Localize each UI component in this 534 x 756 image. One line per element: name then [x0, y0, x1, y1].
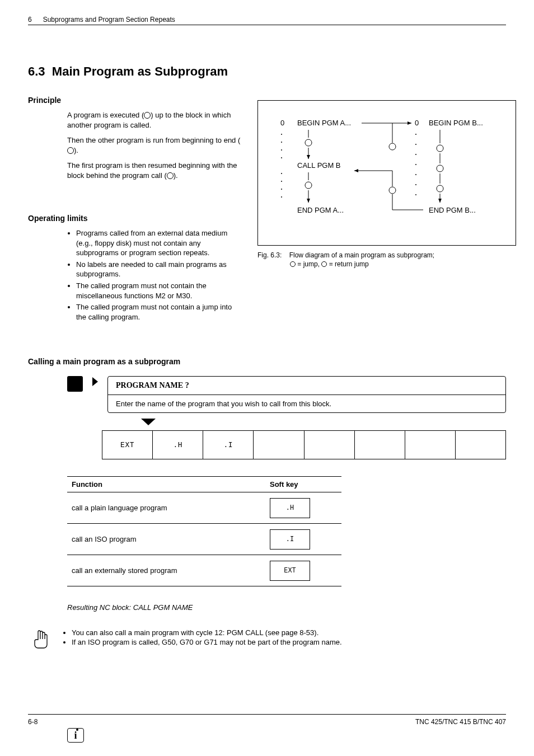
svg-point-24: [437, 165, 443, 172]
figure-caption: Fig. 6.3: Flow diagram of a main program…: [257, 251, 516, 269]
svg-point-4: [281, 173, 282, 174]
table-row: call a plain language program .H: [67, 492, 341, 524]
step-row: PROGRAM NAME ? Enter the name of the pro…: [67, 376, 506, 413]
circle-icon: [290, 261, 296, 267]
principle-p2b: ).: [74, 146, 78, 154]
softkey-bar: EXT .H .I: [102, 430, 506, 459]
principle-p1: A program is executed () up to the block…: [67, 110, 241, 130]
note-list: You can also call a main program with cy…: [72, 628, 342, 647]
svg-point-17: [415, 164, 416, 165]
header-page-number: 6: [28, 16, 32, 24]
svg-point-26: [437, 185, 443, 192]
softkey-btn[interactable]: .I: [270, 529, 310, 550]
limits-heading: Operating limits: [28, 214, 241, 223]
table-row: call an externally stored program EXT: [67, 555, 341, 586]
figure-caption-label: Fig. 6.3:: [257, 251, 282, 259]
svg-point-7: [281, 196, 282, 198]
softkey-btn[interactable]: .H: [270, 498, 310, 518]
svg-point-22: [437, 145, 443, 152]
prompt-head: PROGRAM NAME ?: [108, 377, 505, 395]
fig-label: BEGIN PGM B...: [429, 119, 483, 127]
note-item: You can also call a main program with cy…: [72, 628, 342, 637]
svg-point-12: [305, 182, 312, 189]
svg-point-30: [389, 143, 396, 150]
prompt-box: PROGRAM NAME ? Enter the name of the pro…: [107, 376, 506, 413]
svg-point-9: [305, 139, 312, 146]
softkey[interactable]: [405, 431, 456, 459]
circle-icon: [321, 261, 327, 267]
prompt-body: Enter the name of the program that you w…: [108, 395, 505, 412]
limits-item: The called program must not contain a ju…: [76, 302, 236, 322]
principle-p3a: The first program is then resumed beginn…: [67, 161, 237, 180]
principle-p1a: A program is executed (: [67, 111, 144, 119]
softkey[interactable]: .H: [153, 431, 203, 459]
footer-model: TNC 425/TNC 415 B/TNC 407: [415, 718, 506, 726]
softkey[interactable]: [254, 431, 304, 459]
svg-point-3: [281, 157, 282, 158]
calling-section: Calling a main program as a subprogram P…: [28, 357, 506, 652]
function-table: Function Soft key call a plain language …: [67, 476, 341, 586]
circle-icon: [167, 172, 174, 179]
svg-point-5: [281, 181, 282, 182]
svg-point-15: [415, 144, 416, 145]
table-header: Function Soft key: [67, 476, 341, 492]
section-number: 6.3: [28, 64, 45, 78]
page-header: 6 Subprograms and Program Section Repeat…: [28, 16, 506, 25]
figure-column: 0 BEGIN PGM A... CALL PGM B END PGM A...…: [252, 96, 516, 323]
table-fn: call an ISO program: [72, 535, 270, 543]
resulting-block: Resulting NC block: CALL PGM NAME: [67, 603, 506, 612]
hand-note-icon: [32, 628, 51, 652]
svg-point-0: [281, 134, 282, 135]
fig-label: END PGM A...: [297, 206, 344, 214]
table-fn: call a plain language program: [72, 504, 270, 512]
principle-p2: Then the other program is run from begin…: [67, 135, 241, 155]
note-row: You can also call a main program with cy…: [32, 628, 506, 652]
flow-diagram-svg: 0 BEGIN PGM A... CALL PGM B END PGM A...…: [275, 118, 504, 229]
col-softkey: Soft key: [270, 480, 337, 489]
svg-point-16: [415, 154, 416, 155]
figure-caption-sub-a: = jump,: [296, 260, 321, 268]
note-item: If an ISO program is called, G50, G70 or…: [72, 638, 342, 646]
flow-diagram: 0 BEGIN PGM A... CALL PGM B END PGM A...…: [257, 100, 516, 246]
svg-point-18: [415, 174, 416, 175]
svg-point-6: [281, 189, 282, 190]
circle-icon: [67, 147, 74, 154]
softkey[interactable]: [355, 431, 405, 459]
fig-label: 0: [415, 119, 419, 127]
figure-caption-text: Flow diagram of a main program as subpro…: [289, 251, 434, 259]
fig-label: CALL PGM B: [297, 161, 341, 170]
col-function: Function: [72, 480, 270, 489]
key-icon: [67, 376, 83, 392]
limits-list: Programs called from an external data me…: [76, 228, 241, 322]
footer-page-number: 6-8: [28, 718, 38, 726]
svg-point-19: [415, 184, 416, 185]
softkey[interactable]: EXT: [102, 431, 153, 459]
softkey[interactable]: [305, 431, 355, 459]
fig-label: END PGM B...: [429, 206, 476, 214]
limits-item: No labels are needed to call main progra…: [76, 260, 236, 279]
softkey[interactable]: .I: [203, 431, 254, 459]
calling-heading: Calling a main program as a subprogram: [28, 357, 506, 366]
info-icon: i: [67, 728, 84, 743]
table-row: call an ISO program .I: [67, 524, 341, 555]
principle-column: Principle A program is executed () up to…: [28, 96, 241, 323]
limits-item: The called program must not contain the …: [76, 281, 236, 300]
svg-point-35: [389, 187, 396, 194]
principle-p3: The first program is then resumed beginn…: [67, 161, 241, 180]
softkey-btn[interactable]: EXT: [270, 561, 310, 581]
softkey[interactable]: [456, 431, 505, 459]
limits-item: Programs called from an external data me…: [76, 228, 236, 258]
circle-icon: [144, 112, 151, 119]
section-title-text: Main Program as Subprogram: [52, 64, 228, 78]
page-footer: 6-8 TNC 425/TNC 415 B/TNC 407: [28, 714, 506, 726]
arrow-down-icon: [140, 417, 506, 428]
figure-caption-sub-b: = return jump: [327, 260, 368, 268]
section-heading: 6.3 Main Program as Subprogram: [28, 64, 506, 79]
svg-point-1: [281, 142, 282, 143]
fig-label: BEGIN PGM A...: [297, 119, 351, 127]
principle-heading: Principle: [28, 96, 241, 105]
arrow-right-icon: [90, 376, 101, 387]
table-fn: call an externally stored program: [72, 566, 270, 575]
header-chapter-title: Subprograms and Program Section Repeats: [43, 16, 175, 24]
principle-p3b: ).: [174, 171, 178, 180]
